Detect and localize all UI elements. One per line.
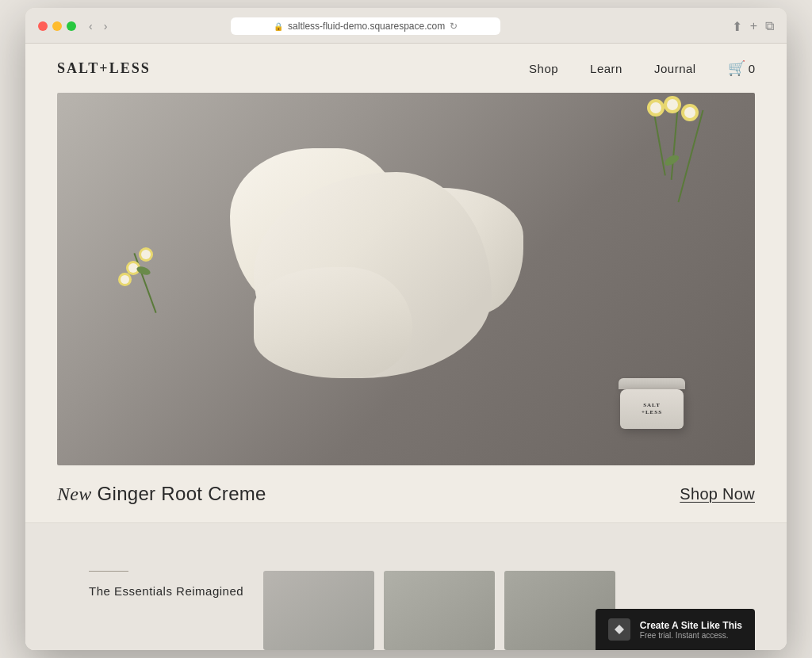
- lock-icon: 🔒: [274, 22, 283, 31]
- nav-learn[interactable]: Learn: [590, 62, 622, 75]
- new-tab-button[interactable]: +: [750, 19, 757, 34]
- browser-actions: ⬆ + ⧉: [732, 19, 774, 34]
- cart-count: 0: [749, 62, 755, 75]
- squarespace-title: Create A Site Like This: [640, 620, 742, 631]
- share-button[interactable]: ⬆: [732, 19, 742, 34]
- foam-sculpture: [206, 124, 539, 426]
- essentials-title: The Essentials Reimagined: [89, 584, 247, 598]
- flower-head-1: [684, 107, 695, 118]
- squarespace-text: Create A Site Like This Free trial. Inst…: [640, 620, 742, 640]
- forward-button[interactable]: ›: [101, 18, 111, 34]
- leaf-left: [136, 265, 151, 277]
- back-button[interactable]: ‹: [86, 18, 96, 34]
- flower-stem-2: [671, 101, 680, 180]
- traffic-lights: [38, 21, 76, 31]
- maximize-button[interactable]: [67, 21, 76, 31]
- hero-title-italic: New: [57, 484, 92, 504]
- close-button[interactable]: [38, 21, 48, 31]
- site-logo[interactable]: SALT+LESS: [57, 60, 151, 77]
- jar-lid: [619, 378, 685, 389]
- cart-icon-wrap[interactable]: 🛒 0: [728, 59, 755, 77]
- minimize-button[interactable]: [52, 21, 62, 31]
- jar-body: SALT +LESS: [620, 389, 684, 429]
- site-content: SALT+LESS Shop Learn Journal 🛒 0: [25, 44, 787, 650]
- jar-label: SALT +LESS: [642, 402, 662, 416]
- hero-title: New Ginger Root Creme: [57, 483, 266, 505]
- essentials-divider: [89, 571, 128, 572]
- site-nav: SALT+LESS Shop Learn Journal 🛒 0: [25, 44, 787, 93]
- nav-links: Shop Learn Journal 🛒 0: [529, 59, 755, 77]
- browser-window: ‹ › 🔒 saltless-fluid-demo.squarespace.co…: [25, 8, 787, 650]
- nav-shop[interactable]: Shop: [529, 62, 558, 75]
- cart-icon: 🛒: [728, 59, 745, 77]
- product-jar: SALT +LESS: [620, 378, 684, 426]
- product-thumb-1[interactable]: [263, 571, 374, 650]
- flower-head-3: [650, 102, 661, 113]
- hero-image: SALT +LESS: [57, 93, 755, 465]
- address-bar[interactable]: 🔒 saltless-fluid-demo.squarespace.com ↻: [231, 17, 500, 35]
- browser-controls: ‹ ›: [86, 18, 110, 34]
- squarespace-icon: [608, 618, 630, 641]
- flower-stem-3: [652, 105, 666, 176]
- url-text: saltless-fluid-demo.squarespace.com: [288, 21, 445, 32]
- flower-head-left-1: [141, 250, 151, 259]
- shop-now-link[interactable]: Shop Now: [680, 485, 755, 503]
- nav-journal[interactable]: Journal: [654, 62, 696, 75]
- product-thumb-2[interactable]: [384, 571, 495, 650]
- tabs-button[interactable]: ⧉: [765, 19, 774, 34]
- hero-title-rest: Ginger Root Creme: [92, 483, 266, 504]
- browser-chrome: ‹ › 🔒 saltless-fluid-demo.squarespace.co…: [25, 8, 787, 44]
- flower-stem-1: [678, 110, 704, 202]
- essentials-text-col: The Essentials Reimagined: [89, 571, 263, 598]
- lower-section-wrap: The Essentials Reimagined Create A Site …: [25, 523, 787, 650]
- reload-icon[interactable]: ↻: [450, 21, 458, 32]
- squarespace-subtitle: Free trial. Instant access.: [640, 631, 742, 640]
- hero-image-wrap: SALT +LESS: [57, 93, 755, 465]
- foam-piece-3: [254, 267, 412, 378]
- flower-stem-left-1: [133, 253, 156, 313]
- squarespace-banner[interactable]: Create A Site Like This Free trial. Inst…: [596, 609, 755, 650]
- flower-head-2: [667, 99, 678, 110]
- flower-head-left-3: [121, 275, 129, 284]
- hero-caption: New Ginger Root Creme Shop Now: [25, 465, 787, 523]
